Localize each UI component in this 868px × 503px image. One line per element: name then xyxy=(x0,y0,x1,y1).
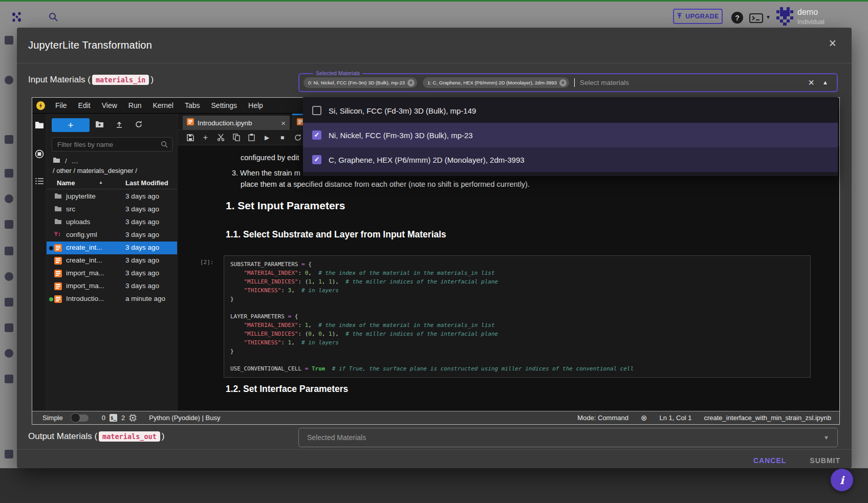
column-last-modified[interactable]: Last Modified xyxy=(125,179,168,187)
upgrade-label: UPGRADE xyxy=(685,13,719,20)
file-row[interactable]: src 3 days ago xyxy=(47,203,177,216)
notebook-file-icon xyxy=(54,282,62,290)
menu-items: FileEditViewRunKernelTabsSettingsHelp xyxy=(50,101,269,110)
file-name: Introductio... xyxy=(66,295,104,302)
jupyterlab-statusbar: Simple 0 $_ 2 Python (Pyodide) | Busy Mo… xyxy=(32,411,839,424)
search-icon[interactable] xyxy=(49,12,58,24)
top-app-bar: UPGRADE ? ▼ demo Individual xyxy=(0,0,868,30)
add-cell-icon[interactable]: + xyxy=(202,133,209,142)
new-folder-icon[interactable] xyxy=(95,121,104,130)
user-plan: Individual xyxy=(797,18,824,26)
menu-item[interactable]: Help xyxy=(243,101,269,110)
text-cursor xyxy=(574,78,575,87)
run-cell-icon[interactable]: ▶ xyxy=(263,134,271,141)
tab-introduction-ipynb[interactable]: Introduction.ipynb × xyxy=(183,116,290,130)
clear-selection-icon[interactable]: × xyxy=(808,77,814,89)
checkbox-checked-icon[interactable]: ✓ xyxy=(312,155,321,164)
menu-item[interactable]: Tabs xyxy=(179,101,206,110)
refresh-icon[interactable] xyxy=(135,121,142,130)
input-materials-label: Input Materials ( materials_in ) xyxy=(28,75,154,85)
file-row[interactable]: Y: config.yml 3 days ago xyxy=(47,229,177,242)
file-name: import_ma... xyxy=(66,269,104,277)
column-name[interactable]: Name xyxy=(57,179,75,187)
running-sessions-icon[interactable] xyxy=(35,149,44,161)
stop-kernel-icon[interactable]: ■ xyxy=(278,134,286,141)
submit-button[interactable]: SUBMIT xyxy=(810,456,840,465)
breadcrumb-ellipsis[interactable]: … xyxy=(72,157,78,165)
breadcrumb-root[interactable]: / xyxy=(65,157,67,165)
menu-item[interactable]: File xyxy=(50,101,73,110)
chevron-down-icon[interactable]: ▼ xyxy=(766,14,771,20)
copy-cell-icon[interactable] xyxy=(232,134,240,141)
file-row[interactable]: create_int... 3 days ago xyxy=(47,242,177,254)
avatar[interactable] xyxy=(776,7,793,28)
code-line: LAYER_PARAMETERS = { xyxy=(230,312,805,321)
checkbox-unchecked-icon[interactable] xyxy=(312,106,321,115)
material-option[interactable]: ✓ Ni, Nickel, FCC (Fm-3m) 3D (Bulk), mp-… xyxy=(303,123,838,147)
file-modified: 3 days ago xyxy=(125,218,159,226)
background-app-icon xyxy=(5,272,13,281)
info-fab-button[interactable]: i xyxy=(831,469,853,491)
file-filter-input[interactable] xyxy=(52,138,172,151)
kernel-status[interactable]: Python (Pyodide) | Busy xyxy=(149,414,220,422)
save-icon[interactable] xyxy=(186,134,194,141)
menu-item[interactable]: Run xyxy=(123,101,147,110)
notebook-content: configured by edit 3. When the strain m … xyxy=(178,145,839,411)
checkbox-checked-icon[interactable]: ✓ xyxy=(312,130,321,140)
upgrade-button[interactable]: UPGRADE xyxy=(673,9,723,24)
cut-cell-icon[interactable] xyxy=(217,134,225,141)
console-icon[interactable] xyxy=(749,13,763,25)
paste-cell-icon[interactable] xyxy=(248,134,255,141)
heading-select-substrate: 1.1. Select Substrate and Layer from Inp… xyxy=(226,229,446,240)
file-row[interactable]: uploads 3 days ago xyxy=(47,216,177,229)
notebook-file-icon xyxy=(54,244,62,252)
background-app-icon xyxy=(5,76,13,84)
chip-remove-icon[interactable]: × xyxy=(559,79,567,86)
menu-item[interactable]: Edit xyxy=(73,101,96,110)
file-row[interactable]: import_ma... 3 days ago xyxy=(47,267,177,280)
help-icon[interactable]: ? xyxy=(731,12,743,24)
material-option[interactable]: Si, Silicon, FCC (Fd-3m) 3D (Bulk), mp-1… xyxy=(303,98,838,123)
menu-item[interactable]: Kernel xyxy=(147,101,179,110)
materials-dropdown: Si, Silicon, FCC (Fd-3m) 3D (Bulk), mp-1… xyxy=(303,97,838,176)
cancel-button[interactable]: CANCEL xyxy=(753,456,786,465)
output-materials-select[interactable]: Selected Materials ▼ xyxy=(298,428,838,447)
simple-mode-toggle[interactable] xyxy=(71,414,89,422)
file-row[interactable]: import_ma... 3 days ago xyxy=(47,280,177,293)
file-row[interactable]: jupyterlite 3 days ago xyxy=(47,190,177,203)
file-row[interactable]: Introductio... a minute ago xyxy=(47,293,177,305)
chip-label: 0: Ni, Nickel, FCC (Fm-3m) 3D (Bulk), mp… xyxy=(308,80,405,85)
output-materials-label: Output Materials ( materials_out ) xyxy=(28,431,164,442)
sort-ascending-icon[interactable]: ▲ xyxy=(99,180,103,185)
menu-item[interactable]: Settings xyxy=(206,101,243,110)
restart-kernel-icon[interactable] xyxy=(294,134,301,141)
new-launcher-button[interactable]: + xyxy=(52,118,90,132)
materials-out-code: materials_out xyxy=(99,431,160,442)
simple-mode-label: Simple xyxy=(42,414,63,422)
chip-remove-icon[interactable]: × xyxy=(407,79,415,86)
chevron-up-icon[interactable]: ▲ xyxy=(822,79,828,85)
home-folder-icon[interactable] xyxy=(53,157,60,165)
material-option[interactable]: ✓ C, Graphene, HEX (P6/mmm) 2D (Monolaye… xyxy=(303,147,838,172)
file-row[interactable]: create_int... 3 days ago xyxy=(47,254,177,267)
tab-close-icon[interactable]: × xyxy=(281,119,286,127)
selected-materials-field[interactable]: Selected Materials 0: Ni, Nickel, FCC (F… xyxy=(298,73,838,92)
file-browser-icon[interactable] xyxy=(35,121,44,131)
file-modified: 3 days ago xyxy=(125,205,159,213)
dialog-title: JupyterLite Transformation xyxy=(28,39,152,51)
file-name: jupyterlite xyxy=(66,192,96,200)
kernel-running-dot xyxy=(49,246,53,250)
selected-material-chip[interactable]: 1: C, Graphene, HEX (P6/mmm) 2D (Monolay… xyxy=(423,77,569,88)
table-of-contents-icon[interactable] xyxy=(35,178,44,187)
menu-item[interactable]: View xyxy=(96,101,123,110)
background-app-icon xyxy=(5,220,13,229)
upload-icon[interactable] xyxy=(116,121,123,130)
code-line: SUBSTRATE_PARAMETERS = { xyxy=(230,260,805,269)
close-icon[interactable]: × xyxy=(829,37,836,50)
selected-material-chip[interactable]: 0: Ni, Nickel, FCC (Fm-3m) 3D (Bulk), mp… xyxy=(303,77,417,88)
breadcrumb-path[interactable]: / other / materials_designer / xyxy=(53,167,137,174)
code-cell[interactable]: SUBSTRATE_PARAMETERS = { "MATERIAL_INDEX… xyxy=(224,255,811,378)
select-materials-input[interactable] xyxy=(580,79,800,86)
chevron-down-icon[interactable]: ▼ xyxy=(823,434,829,441)
user-info[interactable]: demo Individual xyxy=(797,8,824,26)
